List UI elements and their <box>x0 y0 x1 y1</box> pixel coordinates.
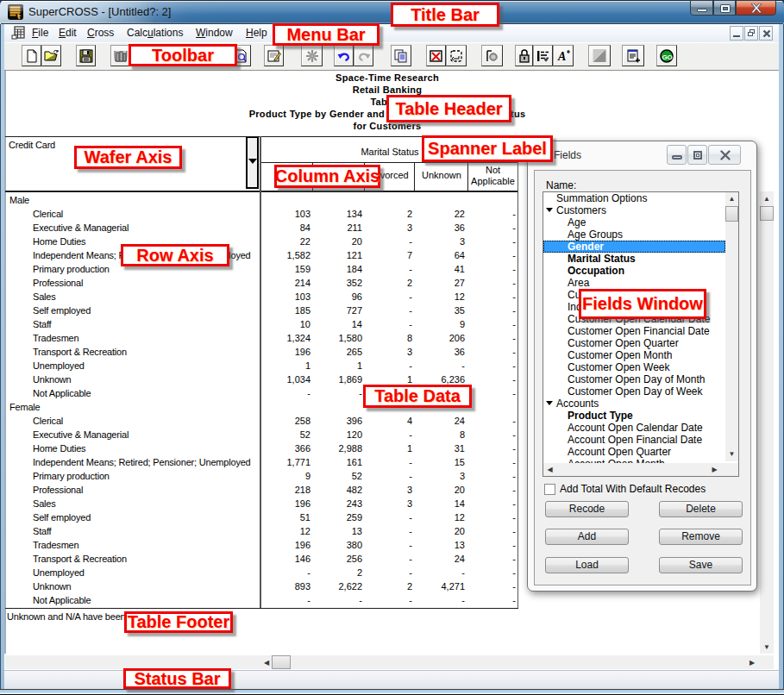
svg-text:A: A <box>557 50 566 63</box>
svg-text:GO: GO <box>662 53 672 60</box>
